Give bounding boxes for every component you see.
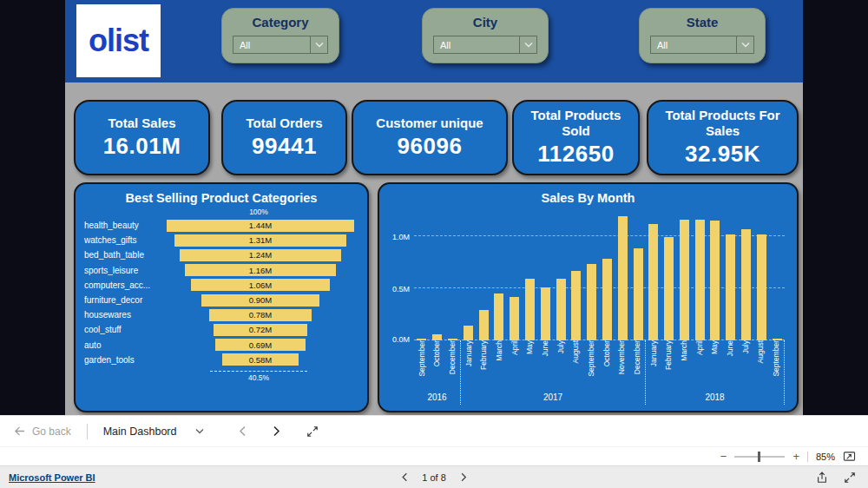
sales-bar[interactable]	[541, 287, 550, 340]
sales-bar[interactable]	[726, 234, 735, 340]
sales-bar[interactable]	[525, 279, 535, 340]
funnel-bar[interactable]: 0.69M	[215, 339, 306, 351]
bar-chart-panel: Sales By Month 1.0M 0.5M 0.0M SeptemberO…	[378, 182, 799, 412]
funnel-category-label: bed_bath_table	[84, 250, 162, 260]
share-button[interactable]	[816, 472, 828, 484]
year-label: 2017	[461, 391, 645, 405]
dashboard-header: olist Category All City All	[65, 0, 803, 82]
chevron-right-icon	[460, 472, 467, 482]
x-axis-labels: SeptemberOctoberDecember2016JanuaryFebru…	[414, 340, 785, 405]
city-dropdown[interactable]: All	[433, 36, 537, 54]
page-menu-button[interactable]: Main Dashbord	[103, 425, 205, 438]
kpi-label: Total Products For Sales	[654, 108, 792, 138]
y-axis-label: 0.0M	[392, 335, 410, 344]
go-back-label: Go back	[32, 425, 71, 438]
funnel-bar[interactable]: 1.16M	[185, 264, 337, 276]
sales-bar[interactable]	[664, 237, 674, 340]
sales-bar[interactable]	[757, 234, 766, 340]
funnel-row: watches_gifts1.31M	[84, 233, 358, 247]
funnel-bottom: 40.5%	[162, 371, 355, 382]
next-page-button[interactable]	[460, 472, 467, 482]
sales-bar[interactable]	[695, 220, 705, 340]
arrow-left-icon	[14, 425, 25, 437]
previous-page-button[interactable]	[401, 472, 408, 482]
category-slicer: Category All	[221, 8, 339, 63]
powerbi-screen: olist Category All City All	[0, 0, 868, 488]
fit-screen-icon	[843, 451, 856, 462]
sales-bar[interactable]	[571, 271, 581, 340]
funnel-bar-value: 1.16M	[249, 266, 272, 275]
sales-bar[interactable]	[587, 264, 596, 340]
previous-page-button[interactable]	[239, 425, 247, 437]
status-bar-actions	[816, 472, 856, 484]
y-axis-label: 0.5M	[392, 285, 410, 293]
funnel-bar[interactable]: 1.24M	[180, 249, 342, 261]
funnel-category-label: housewares	[84, 310, 162, 320]
zoom-slider[interactable]	[734, 456, 785, 458]
funnel-category-label: health_beauty	[84, 221, 162, 230]
funnel-row: computers_acc...1.06M	[84, 278, 358, 293]
month-label: October	[599, 340, 615, 391]
year-group: JanuaryFebruaryMarchAprilMayJuneJulyAugu…	[460, 340, 645, 405]
sales-bar[interactable]	[741, 229, 751, 340]
sales-bar[interactable]	[510, 297, 519, 340]
report-body: Total Sales 16.01M Total Orders 99441 Cu…	[65, 82, 803, 415]
kpi-total-products-for-sales: Total Products For Sales 32.95K	[647, 100, 799, 175]
month-label: May	[707, 340, 723, 391]
zoom-in-button[interactable]: +	[792, 451, 799, 462]
y-axis-label: 1.0M	[392, 233, 410, 241]
kpi-customer-unique: Customer unique 96096	[352, 100, 508, 175]
go-back-button[interactable]: Go back	[14, 425, 71, 438]
next-page-button[interactable]	[273, 425, 280, 437]
month-label: December	[444, 340, 460, 391]
funnel-bar[interactable]: 1.31M	[174, 234, 345, 247]
funnel-dashed-line	[210, 371, 307, 372]
kpi-total-orders: Total Orders 99441	[221, 100, 347, 175]
funnel-category-label: furniture_decor	[84, 295, 162, 305]
fit-to-page-button[interactable]	[843, 451, 856, 462]
state-slicer-title: State	[640, 15, 765, 30]
month-label: April	[507, 340, 523, 391]
sales-bar[interactable]	[464, 326, 473, 340]
sales-bar[interactable]	[634, 248, 643, 340]
month-label: January	[646, 340, 661, 391]
funnel-bar[interactable]: 1.06M	[191, 279, 330, 291]
funnel-category-label: computers_acc...	[84, 280, 162, 290]
state-slicer: State All	[639, 8, 766, 63]
sales-bar[interactable]	[618, 216, 628, 340]
sales-bar[interactable]	[432, 334, 442, 340]
month-label: March	[676, 340, 692, 391]
kpi-total-sales: Total Sales 16.01M	[74, 100, 210, 175]
funnel-bar[interactable]: 0.72M	[214, 324, 307, 336]
fit-to-width-button[interactable]	[306, 425, 319, 438]
sales-bar[interactable]	[680, 220, 689, 340]
sales-bar[interactable]	[710, 221, 720, 340]
city-slicer-title: City	[423, 15, 548, 30]
chevron-down-icon	[519, 36, 536, 53]
sales-bar[interactable]	[479, 310, 489, 340]
report-viewport: olist Category All City All	[0, 0, 868, 415]
zoom-out-button[interactable]: −	[720, 451, 727, 462]
month-label: September	[414, 340, 430, 391]
funnel-category-label: auto	[84, 340, 162, 350]
sales-bar[interactable]	[494, 293, 503, 340]
powerbi-brand-link[interactable]: Microsoft Power BI	[9, 472, 95, 483]
funnel-top-percent: 100%	[162, 208, 355, 216]
chevron-down-icon	[195, 428, 204, 434]
state-dropdown[interactable]: All	[650, 36, 754, 54]
funnel-bar[interactable]: 0.78M	[209, 309, 312, 321]
share-icon	[816, 472, 828, 484]
sales-bar[interactable]	[648, 224, 658, 340]
funnel-bar[interactable]: 0.58M	[222, 353, 298, 366]
sales-bar[interactable]	[602, 259, 612, 340]
sales-bar[interactable]	[556, 279, 566, 340]
funnel-bar[interactable]: 1.44M	[167, 220, 355, 232]
olist-logo-text: olist	[89, 23, 148, 59]
month-label: January	[461, 340, 477, 391]
funnel-bar[interactable]: 0.90M	[201, 294, 319, 307]
funnel-category-label: garden_tools	[84, 355, 162, 365]
category-dropdown[interactable]: All	[233, 36, 328, 54]
zoom-slider-handle[interactable]	[758, 452, 760, 462]
month-label: July	[553, 340, 569, 391]
fullscreen-button[interactable]	[844, 472, 856, 484]
